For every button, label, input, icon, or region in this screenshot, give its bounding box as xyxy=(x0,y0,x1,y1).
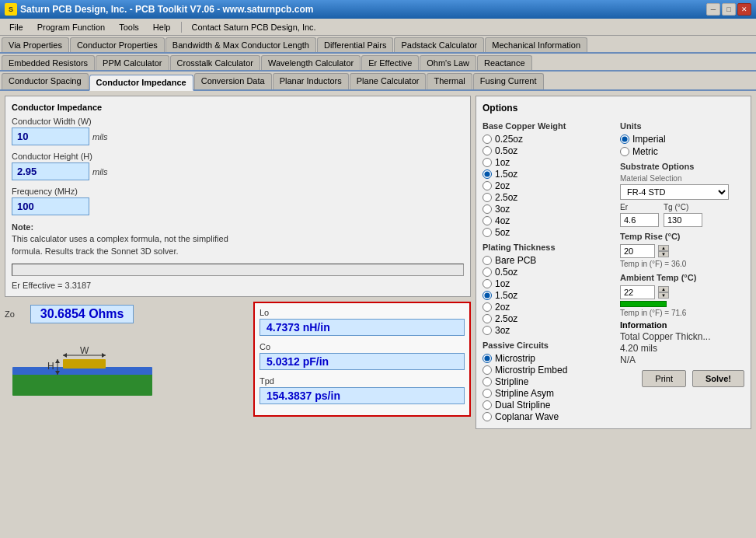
temp-rise-input[interactable] xyxy=(620,244,655,258)
lo-label: Lo xyxy=(260,308,465,317)
bottom-buttons: Print Solve! xyxy=(620,370,744,387)
info-row-0: Total Copper Thickn... xyxy=(620,331,744,342)
plating-2p5[interactable]: 2.5oz xyxy=(483,313,614,324)
freq-input[interactable] xyxy=(12,197,89,215)
ambient-spinner[interactable]: ▲ ▼ xyxy=(658,286,669,299)
svg-rect-2 xyxy=(63,359,106,369)
tab-differential-pairs[interactable]: Differential Pairs xyxy=(317,37,394,52)
passive-dual-stripline[interactable]: Dual Stripline xyxy=(483,400,614,410)
tpd-label: Tpd xyxy=(260,376,465,386)
base-copper-3[interactable]: 3oz xyxy=(483,204,614,215)
tab-mechanical[interactable]: Mechanical Information xyxy=(485,37,587,52)
width-input[interactable] xyxy=(12,128,89,145)
passive-stripline-asym[interactable]: Stripline Asym xyxy=(483,388,614,399)
units-label: Units xyxy=(620,121,744,131)
er-tg-row: Er Tg (°C) xyxy=(620,203,744,227)
ambient-temp-section: Ambient Temp (°C) ▲ ▼ Temp in (°F) = 71.… xyxy=(620,273,744,317)
solve-button[interactable]: Solve! xyxy=(692,370,744,387)
tab-via-properties[interactable]: Via Properties xyxy=(2,37,69,52)
units-metric[interactable]: Metric xyxy=(620,146,744,157)
width-unit: mils xyxy=(92,132,108,141)
ambient-label: Ambient Temp (°C) xyxy=(620,273,744,282)
note-title: Note: xyxy=(12,222,464,233)
plating-2[interactable]: 2oz xyxy=(483,302,614,313)
zo-value: 30.6854 Ohms xyxy=(30,305,134,323)
units-group: Imperial Metric xyxy=(620,134,744,157)
tab-conductor-spacing[interactable]: Conductor Spacing xyxy=(2,73,89,89)
temp-rise-spinner[interactable]: ▲ ▼ xyxy=(658,245,669,257)
base-copper-0p5[interactable]: 0.5oz xyxy=(483,145,614,156)
information-section: Information Total Copper Thickn... 4.20 … xyxy=(620,320,744,365)
menu-file[interactable]: File xyxy=(3,21,30,33)
maximize-button[interactable]: □ xyxy=(722,3,736,16)
er-input[interactable] xyxy=(620,213,659,227)
slider-bar[interactable] xyxy=(12,264,464,276)
width-label: Conductor Width (W) xyxy=(12,117,464,126)
ambient-bar xyxy=(620,301,667,307)
tg-input[interactable] xyxy=(664,213,702,227)
base-copper-2p5[interactable]: 2.5oz xyxy=(483,192,614,203)
menu-help[interactable]: Help xyxy=(147,21,177,33)
tab-row-1: Via Properties Conductor Properties Band… xyxy=(0,36,756,54)
spin-up-icon[interactable]: ▲ xyxy=(658,245,669,251)
tab-ohms-law[interactable]: Ohm's Law xyxy=(420,55,476,70)
co-label: Co xyxy=(260,342,465,351)
menu-program[interactable]: Program Function xyxy=(31,21,111,33)
tab-thermal[interactable]: Thermal xyxy=(427,73,472,89)
base-copper-5[interactable]: 5oz xyxy=(483,227,614,238)
plating-bare[interactable]: Bare PCB xyxy=(483,255,614,266)
app-icon: S xyxy=(5,3,17,16)
tab-conductor-properties[interactable]: Conductor Properties xyxy=(70,37,165,52)
conductor-diagram: W H xyxy=(5,330,160,400)
base-copper-1[interactable]: 1oz xyxy=(483,157,614,168)
passive-microstrip-embed[interactable]: Microstrip Embed xyxy=(483,365,614,376)
tab-planar-inductors[interactable]: Planar Inductors xyxy=(273,73,349,89)
base-copper-group: 0.25oz 0.5oz 1oz 1.5oz 2oz 2.5oz 3oz 4oz… xyxy=(483,134,614,238)
plating-1p5[interactable]: 1.5oz xyxy=(483,290,614,301)
height-input[interactable] xyxy=(12,162,89,180)
tab-padstack[interactable]: Padstack Calculator xyxy=(394,37,484,52)
tab-conductor-impedance[interactable]: Conductor Impedance xyxy=(89,75,193,91)
plating-0p5[interactable]: 0.5oz xyxy=(483,267,614,278)
menu-contact[interactable]: Contact Saturn PCB Design, Inc. xyxy=(186,21,320,33)
ambient-spin-up-icon[interactable]: ▲ xyxy=(658,286,669,292)
minimize-button[interactable]: ─ xyxy=(706,3,720,16)
tab-fusing-current[interactable]: Fusing Current xyxy=(473,73,544,89)
tab-bandwidth[interactable]: Bandwidth & Max Conductor Length xyxy=(165,37,316,52)
tab-er-effective[interactable]: Er Effective xyxy=(361,55,419,70)
menu-tools[interactable]: Tools xyxy=(113,21,145,33)
ambient-spin-down-icon[interactable]: ▼ xyxy=(658,292,669,299)
tab-ppm[interactable]: PPM Calculator xyxy=(96,55,169,70)
tab-embedded-resistors[interactable]: Embedded Resistors xyxy=(2,55,95,70)
ambient-input[interactable] xyxy=(620,285,655,299)
units-imperial[interactable]: Imperial xyxy=(620,134,744,145)
plating-3[interactable]: 3oz xyxy=(483,325,614,336)
svg-rect-0 xyxy=(12,372,152,396)
spin-down-icon[interactable]: ▼ xyxy=(658,251,669,257)
freq-label: Frequency (MHz) xyxy=(12,187,464,196)
tab-reactance[interactable]: Reactance xyxy=(477,55,532,70)
material-select[interactable]: FR-4 STD Rogers 4003 Rogers 4350 xyxy=(620,184,729,200)
passive-stripline[interactable]: Stripline xyxy=(483,376,614,387)
er-label: Er xyxy=(620,203,659,211)
base-copper-4[interactable]: 4oz xyxy=(483,215,614,226)
close-button[interactable]: ✕ xyxy=(737,3,751,16)
passive-coplanar[interactable]: Coplanar Wave xyxy=(483,411,614,422)
tab-wavelength[interactable]: Wavelength Calculator xyxy=(261,55,361,70)
left-panel: Conductor Impedance Conductor Width (W) … xyxy=(5,96,471,538)
svg-marker-8 xyxy=(55,359,60,363)
height-unit: mils xyxy=(92,167,108,176)
tab-conversion-data[interactable]: Conversion Data xyxy=(194,73,272,89)
lo-value: 4.7373 nH/in xyxy=(260,319,465,336)
print-button[interactable]: Print xyxy=(642,370,686,387)
base-copper-2[interactable]: 2oz xyxy=(483,180,614,191)
tab-crosstalk[interactable]: Crosstalk Calculator xyxy=(170,55,260,70)
base-copper-1p5[interactable]: 1.5oz xyxy=(483,169,614,180)
passive-microstrip[interactable]: Microstrip xyxy=(483,353,614,364)
base-copper-0p25[interactable]: 0.25oz xyxy=(483,134,614,145)
options-title: Options xyxy=(483,103,744,114)
tab-plane-calculator[interactable]: Plane Calculator xyxy=(350,73,427,89)
tg-label: Tg (°C) xyxy=(664,203,702,211)
plating-1[interactable]: 1oz xyxy=(483,278,614,289)
substrate-box: Material Selection FR-4 STD Rogers 4003 … xyxy=(620,174,744,227)
